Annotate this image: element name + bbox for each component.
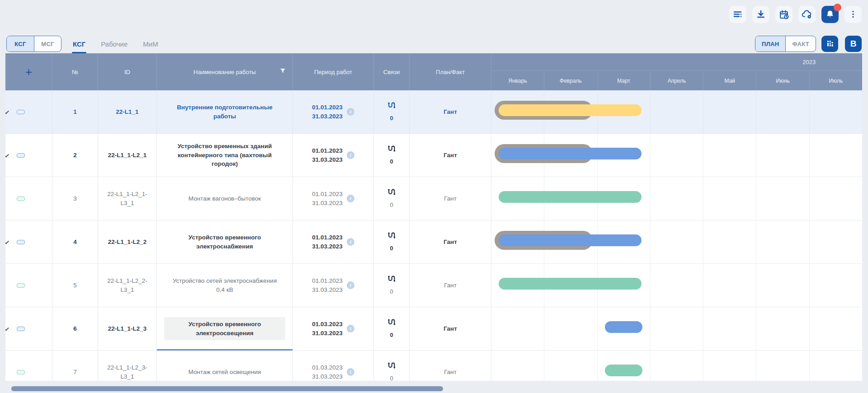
collapse-chevron-icon[interactable] <box>5 108 9 114</box>
row-name-cell[interactable]: Устройство сетей электроснабжения 0,4 кВ <box>157 264 293 307</box>
gantt-bar[interactable] <box>605 365 642 376</box>
more-button[interactable] <box>844 6 862 23</box>
work-name[interactable]: Устройство временного электроснабжения <box>164 230 285 253</box>
info-icon[interactable]: i <box>347 195 354 202</box>
table-row[interactable]: 5 22-L1_1-L2_2-L3_1 Устройство сетей эле… <box>5 264 862 307</box>
row-id-cell[interactable]: 22-L1_1-L2_1 <box>98 134 157 177</box>
plan-button[interactable]: ПЛАН <box>755 36 785 51</box>
profile-letter-button[interactable]: В <box>845 36 862 52</box>
row-id-cell[interactable]: 22-L1_1-L2_1-L3_1 <box>98 177 157 220</box>
row-links-cell[interactable]: 0 <box>374 220 410 264</box>
view-toggle-ksg[interactable]: КСГ <box>7 36 34 51</box>
row-period-cell[interactable]: 01.01.2023 31.03.2023 i <box>293 264 374 307</box>
gantt-link[interactable]: Гант <box>410 307 491 351</box>
row-id-cell[interactable]: 22-L1_1-L2_3-L3_1 <box>98 351 157 381</box>
row-id-cell[interactable]: 22-L1_1-L2_2-L3_1 <box>98 264 157 307</box>
notifications-button[interactable] <box>821 6 839 23</box>
row-name-cell[interactable]: Устройство временных зданий контейнерног… <box>157 134 293 177</box>
table-row[interactable]: 2 22-L1_1-L2_1 Устройство временных здан… <box>5 134 862 177</box>
info-icon[interactable]: i <box>347 151 354 159</box>
dependency-link-icon[interactable] <box>387 318 396 330</box>
tab-rabochie[interactable]: Рабочие <box>100 36 128 52</box>
cloud-sync-button[interactable] <box>798 6 816 23</box>
row-period-cell[interactable]: 01.01.2023 31.03.2023 i <box>293 220 374 264</box>
gantt-bar[interactable] <box>605 321 642 333</box>
row-links-cell[interactable]: 0 <box>374 307 410 351</box>
row-name-cell[interactable]: Устройство временного электроосвещения <box>157 307 293 351</box>
row-period-cell[interactable]: 01.01.2023 31.03.2023 i <box>293 177 374 220</box>
row-name-cell[interactable]: Устройство временного электроснабжения <box>157 220 293 264</box>
row-links-cell[interactable]: 0 <box>374 90 410 134</box>
gantt-link[interactable]: Гант <box>410 220 491 264</box>
chart-view-button[interactable] <box>821 36 838 52</box>
column-header-period: Период работ <box>293 53 374 90</box>
horizontal-scrollbar-thumb[interactable] <box>11 386 443 391</box>
add-row-button[interactable]: + <box>5 53 52 90</box>
filter-icon[interactable] <box>279 68 286 76</box>
row-period-cell[interactable]: 01.03.2023 31.03.2023 i <box>293 307 374 351</box>
info-icon[interactable]: i <box>347 325 354 332</box>
row-id-cell[interactable]: 22-L1_1-L2_2 <box>98 220 157 264</box>
fact-button[interactable]: ФАКТ <box>785 36 816 51</box>
month-header-4: Апрель <box>650 71 703 90</box>
bell-icon <box>825 9 835 20</box>
view-toggle-msg[interactable]: МСГ <box>34 36 61 51</box>
date-start: 01.01.2023 <box>312 103 343 112</box>
work-name[interactable]: Внутренние подготовительные работы <box>164 100 285 123</box>
row-period-cell[interactable]: 01.01.2023 31.03.2023 i <box>293 90 374 134</box>
info-icon[interactable]: i <box>347 281 354 289</box>
gantt-bar[interactable] <box>499 191 641 203</box>
tab-mim[interactable]: МиМ <box>142 36 159 52</box>
row-name-cell[interactable]: Внутренние подготовительные работы <box>157 90 293 134</box>
row-period-cell[interactable]: 01.01.2023 31.03.2023 i <box>293 134 374 177</box>
collapse-chevron-icon[interactable] <box>5 325 9 331</box>
info-icon[interactable]: i <box>347 368 354 376</box>
gantt-link[interactable]: Гант <box>410 177 491 220</box>
gantt-link[interactable]: Гант <box>410 351 491 381</box>
work-name[interactable]: Монтаж вагонов–бытовок <box>184 192 265 206</box>
row-period-cell[interactable]: 01.03.2023 31.03.2023 i <box>293 351 374 381</box>
gantt-bar[interactable] <box>499 148 641 159</box>
collapse-chevron-icon[interactable] <box>5 238 9 244</box>
row-name-cell[interactable]: Монтаж сетей освещения <box>157 351 293 381</box>
work-name[interactable]: Устройство временных зданий контейнерног… <box>164 139 285 171</box>
table-row[interactable]: 6 22-L1_1-L2_3 Устройство временного эле… <box>5 307 862 351</box>
dependency-link-icon[interactable] <box>387 144 396 157</box>
table-row[interactable]: 7 22-L1_1-L2_3-L3_1 Монтаж сетей освещен… <box>5 351 862 381</box>
row-name-cell[interactable]: Монтаж вагонов–бытовок <box>157 177 293 220</box>
work-name[interactable]: Устройство временного электроосвещения <box>164 317 285 340</box>
row-links-cell[interactable]: 0 <box>374 177 410 220</box>
download-button[interactable] <box>752 6 769 23</box>
column-header-num: № <box>52 53 98 90</box>
gantt-bar[interactable] <box>499 278 641 290</box>
table-row[interactable]: 3 22-L1_1-L2_1-L3_1 Монтаж вагонов–бытов… <box>5 177 862 220</box>
dependency-link-icon[interactable] <box>387 231 396 243</box>
row-id-cell[interactable]: 22-L1_1 <box>98 90 157 134</box>
row-links-cell[interactable]: 0 <box>374 264 410 307</box>
gantt-bar[interactable] <box>499 104 641 116</box>
gantt-link[interactable]: Гант <box>410 134 491 177</box>
row-links-cell[interactable]: 0 <box>374 351 410 381</box>
work-name[interactable]: Устройство сетей электроснабжения 0,4 кВ <box>164 274 285 297</box>
row-gantt-lane <box>491 177 862 220</box>
row-id-cell[interactable]: 22-L1_1-L2_3 <box>98 307 157 351</box>
dependency-link-icon[interactable] <box>387 274 396 287</box>
kebab-menu-icon <box>848 9 859 20</box>
dependency-link-icon[interactable] <box>387 187 396 200</box>
info-icon[interactable]: i <box>347 238 354 246</box>
work-name[interactable]: Монтаж сетей освещения <box>184 365 266 379</box>
table-row[interactable]: 4 22-L1_1-L2_2 Устройство временного эле… <box>5 220 862 264</box>
gantt-bar[interactable] <box>499 234 641 246</box>
tab-ksg[interactable]: КСГ <box>72 36 86 52</box>
calendar-schedule-button[interactable] <box>775 6 793 23</box>
row-links-cell[interactable]: 0 <box>374 134 410 177</box>
gantt-link[interactable]: Гант <box>410 90 491 134</box>
info-icon[interactable]: i <box>347 108 354 116</box>
dependency-link-icon[interactable] <box>387 101 396 113</box>
gantt-link[interactable]: Гант <box>410 264 491 307</box>
table-row[interactable]: 1 22-L1_1 Внутренние подготовительные ра… <box>5 90 862 134</box>
dependency-link-icon[interactable] <box>387 361 396 374</box>
date-start: 01.03.2023 <box>312 320 343 329</box>
collapse-chevron-icon[interactable] <box>5 151 9 157</box>
table-settings-button[interactable] <box>729 6 746 23</box>
